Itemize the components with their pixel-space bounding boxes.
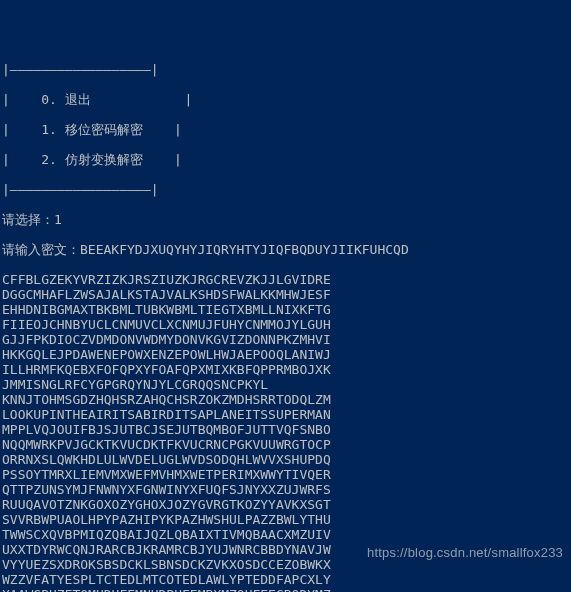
output-block: CFFBLGZEKYVRZIZKJRSZIUZKJRGCREVZKJJLGVID… — [2, 272, 571, 592]
menu-border-top: |——————————————————| — [2, 62, 571, 77]
select-line: 请选择：1 — [2, 212, 571, 227]
output-line: CFFBLGZEKYVRZIZKJRSZIUZKJRGCREVZKJJLGVID… — [2, 272, 571, 287]
select-input[interactable]: 1 — [54, 212, 62, 227]
input-line: 请输入密文：BEEAKFYDJXUQYHYJIQRYHTYJIQFBQDUYJI… — [2, 242, 571, 257]
output-line: MPPLVQJOUIFBJSJUTBCJSEJUTBQMBOFJUTTVQFSN… — [2, 422, 571, 437]
output-line: PSSOYTMRXLIEMVMXWEFMVHMXWETPERIMXWWYTIVQ… — [2, 467, 571, 482]
output-line: LOOKUPINTHEAIRITSABIRDITSAPLANEITSSUPERM… — [2, 407, 571, 422]
menu-item-0: | 0. 退出 | — [2, 92, 571, 107]
output-line: GJJFPKDIOCZVDMDONVWDMYDONVKGVIZDONNPKZMH… — [2, 332, 571, 347]
input-label: 请输入密文： — [2, 242, 80, 257]
output-line: EHHDNIBGMAXTBKBMLTUBKWBMLTIEGTXBMLLNIXKF… — [2, 302, 571, 317]
output-line: ILLHRMFKQEBXFOFQPXYFOAFQPXMIXKBFQPPRMBOJ… — [2, 362, 571, 377]
output-line: DGGCMHAFLZWSAJALKSTAJVALKSHDSFWALKKMHWJE… — [2, 287, 571, 302]
output-line: SVVRBWPUAOLHPYPAZHIPYKPAZHWSHULPAZZBWLYT… — [2, 512, 571, 527]
output-line: JMMISNGLRFCYGPGRQYNJYLCGRQQSNCPKYL — [2, 377, 571, 392]
output-line: FIIEOJCHNBYUCLCNMUVCLXCNMUJFUHYCNMMOJYLG… — [2, 317, 571, 332]
output-line: TWWSCXQVBPMIQZQBAIJQZLQBAIXTIVMQBAACXMZU… — [2, 527, 571, 542]
output-line: QTTPZUNSYMJFNWNYXFGNWINYXFUQFSJNYXXZUJWR… — [2, 482, 571, 497]
cipher-input[interactable]: BEEAKFYDJXUQYHYJIQRYHTYJIQFBQDUYJIIKFUHC… — [80, 242, 409, 257]
output-line: RUUQAVOTZNKGOXOZYGHOXJOZYGVRGTKOZYYAVKXS… — [2, 497, 571, 512]
watermark: https://blog.csdn.net/smallfox233 — [367, 545, 563, 560]
output-line: WZZVFATYESPLTCTEDLMTCOTEDLAWLYPTEDDFAPCX… — [2, 572, 571, 587]
output-line: XAAWGBUZFTQMUDUFEMNUDPUFEMBXMZQUFEEGBQDY… — [2, 587, 571, 592]
menu-border-bottom: |——————————————————| — [2, 182, 571, 197]
menu-item-2: | 2. 仿射变换解密 | — [2, 152, 571, 167]
output-line: NQQMWRKPVJGCKTKVUCDKTFKVUCRNCPGKVUUWRGTO… — [2, 437, 571, 452]
select-label: 请选择： — [2, 212, 54, 227]
output-line: HKKGQLEJPDAWENEPOWXENZEPOWLHWJAEPOOQLANI… — [2, 347, 571, 362]
output-line: KNNJTOHMSGDZHQHSRZAHQCHSRZOKZMDHSRRTODQL… — [2, 392, 571, 407]
menu-item-1: | 1. 移位密码解密 | — [2, 122, 571, 137]
output-line: ORRNXSLQWKHDLULWVDELUGLWVDSODQHLWVVXSHUP… — [2, 452, 571, 467]
